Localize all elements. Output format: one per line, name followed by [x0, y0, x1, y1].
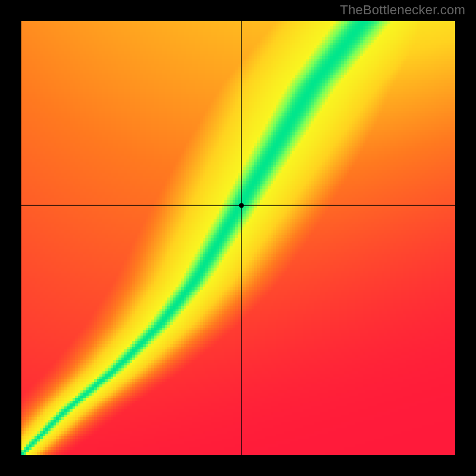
heatmap-canvas [21, 21, 455, 455]
attribution-label: TheBottlenecker.com [340, 2, 465, 18]
heatmap-plot [21, 21, 455, 455]
